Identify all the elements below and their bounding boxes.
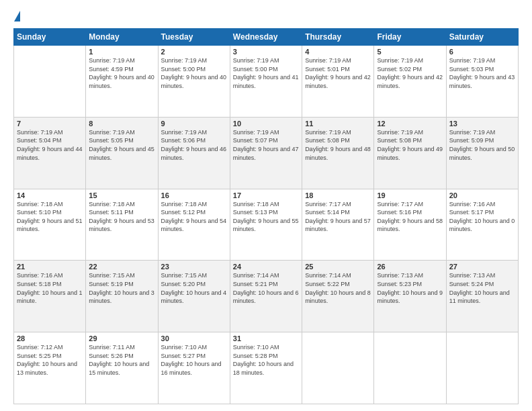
- day-info: Sunrise: 7:18 AMSunset: 5:12 PMDaylight:…: [161, 200, 227, 234]
- day-number: 20: [449, 191, 515, 199]
- day-number: 23: [161, 263, 227, 271]
- calendar-cell: [302, 332, 374, 404]
- day-number: 5: [377, 48, 443, 56]
- day-number: 30: [161, 334, 227, 342]
- day-info: Sunrise: 7:17 AMSunset: 5:16 PMDaylight:…: [377, 200, 443, 234]
- calendar-table: SundayMondayTuesdayWednesdayThursdayFrid…: [13, 28, 519, 404]
- day-number: 17: [233, 191, 299, 199]
- day-info: Sunrise: 7:19 AMSunset: 5:01 PMDaylight:…: [305, 56, 371, 90]
- calendar-cell: 20Sunrise: 7:16 AMSunset: 5:17 PMDayligh…: [446, 189, 518, 261]
- day-info: Sunrise: 7:19 AMSunset: 4:59 PMDaylight:…: [89, 56, 154, 90]
- calendar-week-row: 1Sunrise: 7:19 AMSunset: 4:59 PMDaylight…: [14, 46, 519, 118]
- day-info: Sunrise: 7:16 AMSunset: 5:18 PMDaylight:…: [17, 271, 83, 305]
- calendar-cell: 10Sunrise: 7:19 AMSunset: 5:07 PMDayligh…: [230, 117, 302, 189]
- logo-triangle-icon: [14, 11, 20, 21]
- calendar-cell: 9Sunrise: 7:19 AMSunset: 5:06 PMDaylight…: [158, 117, 230, 189]
- header: [13, 11, 519, 21]
- day-info: Sunrise: 7:15 AMSunset: 5:19 PMDaylight:…: [89, 271, 154, 305]
- day-number: 6: [449, 48, 515, 56]
- day-number: 31: [233, 334, 299, 342]
- day-info: Sunrise: 7:19 AMSunset: 5:00 PMDaylight:…: [233, 56, 299, 90]
- day-number: 12: [377, 120, 443, 128]
- day-number: 27: [449, 263, 515, 271]
- day-info: Sunrise: 7:17 AMSunset: 5:14 PMDaylight:…: [305, 200, 371, 234]
- day-number: 24: [233, 263, 299, 271]
- day-number: 16: [161, 191, 227, 199]
- day-number: 21: [17, 263, 83, 271]
- day-info: Sunrise: 7:18 AMSunset: 5:13 PMDaylight:…: [233, 200, 299, 234]
- page: SundayMondayTuesdayWednesdayThursdayFrid…: [0, 0, 532, 411]
- calendar-cell: 3Sunrise: 7:19 AMSunset: 5:00 PMDaylight…: [230, 46, 302, 118]
- calendar-cell: 6Sunrise: 7:19 AMSunset: 5:03 PMDaylight…: [446, 46, 518, 118]
- day-number: 25: [305, 263, 371, 271]
- calendar-day-header: Sunday: [14, 29, 86, 46]
- day-number: 3: [233, 48, 299, 56]
- day-info: Sunrise: 7:19 AMSunset: 5:07 PMDaylight:…: [233, 128, 299, 162]
- day-number: 7: [17, 120, 83, 128]
- day-info: Sunrise: 7:10 AMSunset: 5:27 PMDaylight:…: [161, 343, 227, 377]
- day-info: Sunrise: 7:14 AMSunset: 5:22 PMDaylight:…: [305, 271, 371, 305]
- calendar-cell: 21Sunrise: 7:16 AMSunset: 5:18 PMDayligh…: [14, 261, 86, 332]
- day-info: Sunrise: 7:14 AMSunset: 5:21 PMDaylight:…: [233, 271, 299, 305]
- day-number: 11: [305, 120, 371, 128]
- calendar-cell: 18Sunrise: 7:17 AMSunset: 5:14 PMDayligh…: [302, 189, 374, 261]
- day-number: 26: [377, 263, 443, 271]
- calendar-day-header: Thursday: [302, 29, 374, 46]
- day-number: 1: [89, 48, 154, 56]
- day-info: Sunrise: 7:15 AMSunset: 5:20 PMDaylight:…: [161, 271, 227, 305]
- calendar-cell: 11Sunrise: 7:19 AMSunset: 5:08 PMDayligh…: [302, 117, 374, 189]
- calendar-cell: 22Sunrise: 7:15 AMSunset: 5:19 PMDayligh…: [86, 261, 158, 332]
- calendar-cell: 25Sunrise: 7:14 AMSunset: 5:22 PMDayligh…: [302, 261, 374, 332]
- calendar-cell: 8Sunrise: 7:19 AMSunset: 5:05 PMDaylight…: [86, 117, 158, 189]
- day-number: 18: [305, 191, 371, 199]
- calendar-week-row: 28Sunrise: 7:12 AMSunset: 5:25 PMDayligh…: [14, 332, 519, 404]
- day-info: Sunrise: 7:19 AMSunset: 5:06 PMDaylight:…: [161, 128, 227, 162]
- calendar-cell: 5Sunrise: 7:19 AMSunset: 5:02 PMDaylight…: [374, 46, 446, 118]
- day-info: Sunrise: 7:19 AMSunset: 5:08 PMDaylight:…: [377, 128, 443, 162]
- calendar-cell: 16Sunrise: 7:18 AMSunset: 5:12 PMDayligh…: [158, 189, 230, 261]
- calendar-cell: 24Sunrise: 7:14 AMSunset: 5:21 PMDayligh…: [230, 261, 302, 332]
- calendar-cell: [446, 332, 518, 404]
- calendar-cell: [374, 332, 446, 404]
- calendar-cell: 13Sunrise: 7:19 AMSunset: 5:09 PMDayligh…: [446, 117, 518, 189]
- calendar-week-row: 14Sunrise: 7:18 AMSunset: 5:10 PMDayligh…: [14, 189, 519, 261]
- calendar-cell: 4Sunrise: 7:19 AMSunset: 5:01 PMDaylight…: [302, 46, 374, 118]
- calendar-cell: 19Sunrise: 7:17 AMSunset: 5:16 PMDayligh…: [374, 189, 446, 261]
- calendar-week-row: 21Sunrise: 7:16 AMSunset: 5:18 PMDayligh…: [14, 261, 519, 332]
- day-info: Sunrise: 7:11 AMSunset: 5:26 PMDaylight:…: [89, 343, 154, 377]
- calendar-cell: 7Sunrise: 7:19 AMSunset: 5:04 PMDaylight…: [14, 117, 86, 189]
- day-number: 4: [305, 48, 371, 56]
- day-number: 10: [233, 120, 299, 128]
- day-number: 19: [377, 191, 443, 199]
- calendar-day-header: Wednesday: [230, 29, 302, 46]
- day-info: Sunrise: 7:16 AMSunset: 5:17 PMDaylight:…: [449, 200, 515, 234]
- day-info: Sunrise: 7:19 AMSunset: 5:02 PMDaylight:…: [377, 56, 443, 90]
- calendar-day-header: Tuesday: [158, 29, 230, 46]
- calendar-day-header: Monday: [86, 29, 158, 46]
- day-info: Sunrise: 7:19 AMSunset: 5:08 PMDaylight:…: [305, 128, 371, 162]
- calendar-cell: 1Sunrise: 7:19 AMSunset: 4:59 PMDaylight…: [86, 46, 158, 118]
- calendar-cell: 31Sunrise: 7:10 AMSunset: 5:28 PMDayligh…: [230, 332, 302, 404]
- day-number: 14: [17, 191, 83, 199]
- day-number: 29: [89, 334, 154, 342]
- day-info: Sunrise: 7:19 AMSunset: 5:00 PMDaylight:…: [161, 56, 227, 90]
- day-number: 28: [17, 334, 83, 342]
- calendar-cell: 17Sunrise: 7:18 AMSunset: 5:13 PMDayligh…: [230, 189, 302, 261]
- day-number: 22: [89, 263, 154, 271]
- day-info: Sunrise: 7:19 AMSunset: 5:05 PMDaylight:…: [89, 128, 154, 162]
- day-info: Sunrise: 7:13 AMSunset: 5:23 PMDaylight:…: [377, 271, 443, 305]
- day-number: 13: [449, 120, 515, 128]
- calendar-cell: 26Sunrise: 7:13 AMSunset: 5:23 PMDayligh…: [374, 261, 446, 332]
- calendar-week-row: 7Sunrise: 7:19 AMSunset: 5:04 PMDaylight…: [14, 117, 519, 189]
- calendar-cell: 12Sunrise: 7:19 AMSunset: 5:08 PMDayligh…: [374, 117, 446, 189]
- day-info: Sunrise: 7:18 AMSunset: 5:11 PMDaylight:…: [89, 200, 154, 234]
- day-info: Sunrise: 7:13 AMSunset: 5:24 PMDaylight:…: [449, 271, 515, 305]
- day-info: Sunrise: 7:12 AMSunset: 5:25 PMDaylight:…: [17, 343, 83, 377]
- day-info: Sunrise: 7:19 AMSunset: 5:09 PMDaylight:…: [449, 128, 515, 162]
- day-number: 15: [89, 191, 154, 199]
- day-info: Sunrise: 7:19 AMSunset: 5:03 PMDaylight:…: [449, 56, 515, 90]
- calendar-cell: 30Sunrise: 7:10 AMSunset: 5:27 PMDayligh…: [158, 332, 230, 404]
- day-info: Sunrise: 7:10 AMSunset: 5:28 PMDaylight:…: [233, 343, 299, 377]
- logo: [13, 11, 20, 21]
- calendar-day-header: Saturday: [446, 29, 518, 46]
